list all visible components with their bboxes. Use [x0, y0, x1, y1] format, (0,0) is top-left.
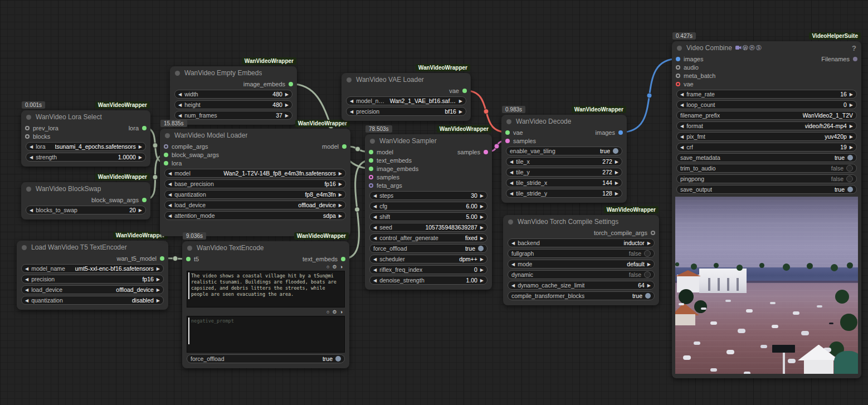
node-titlebar[interactable]: WanVideo Torch Compile Settings [503, 215, 659, 228]
node-t5_loader[interactable]: WanVideoWrapperLoad WanVideo T5 TextEnco… [17, 241, 168, 310]
widget-tile_stride_y[interactable]: ◀tile_stride_y128▶ [506, 189, 622, 198]
output-slot-dot[interactable] [341, 257, 345, 261]
toggle-dot[interactable] [846, 165, 853, 172]
pin-icon[interactable]: ○ [326, 264, 329, 270]
widget-model_name[interactable]: ◀model_nameumt5-xxl-enc-bf16.safetensors… [21, 264, 164, 273]
decrement-arrow-icon[interactable]: ◀ [373, 278, 377, 283]
widget-quantization[interactable]: ◀quantizationfp8_e4m3fn▶ [164, 190, 346, 199]
decrement-arrow-icon[interactable]: ◀ [350, 109, 353, 114]
node-graph-canvas[interactable]: 0.001sWanVideoWrapperWanVideo Lora Selec… [0, 0, 868, 405]
pin-icon[interactable]: ○ [326, 309, 329, 315]
increment-arrow-icon[interactable]: ▶ [285, 113, 289, 118]
widget-load_device[interactable]: ◀load_deviceoffload_device▶ [21, 285, 164, 294]
increment-arrow-icon[interactable]: ▶ [139, 144, 142, 149]
collapse-dot-icon[interactable] [508, 219, 513, 225]
toggle-dot[interactable] [847, 155, 853, 160]
widget-format[interactable]: ◀formatvideo/h264-mp4▶ [676, 121, 857, 130]
widget-height[interactable]: ◀height480▶ [174, 100, 292, 109]
node-textencode[interactable]: 9.036sWanVideoWrapperWanVideo TextEncode… [182, 241, 349, 368]
link-midpoint-dot[interactable] [153, 143, 158, 148]
decrement-arrow-icon[interactable]: ◀ [680, 145, 684, 150]
toggle-pingpong[interactable]: pingpongfalse [676, 174, 857, 183]
decrement-arrow-icon[interactable]: ◀ [30, 155, 33, 160]
output-slot-dot[interactable] [289, 82, 293, 86]
increment-arrow-icon[interactable]: ▶ [480, 236, 484, 241]
output-slot-dot[interactable] [651, 231, 655, 235]
node-vae_loader[interactable]: WanVideoWrapperWanVideo VAE Loadervae◀mo… [342, 73, 471, 121]
collapse-dot-icon[interactable] [175, 71, 180, 76]
input-slot-dot[interactable] [186, 257, 191, 261]
decrement-arrow-icon[interactable]: ◀ [680, 124, 684, 129]
increment-arrow-icon[interactable]: ▶ [339, 203, 342, 208]
node-titlebar[interactable]: WanVideo Sampler [365, 134, 492, 148]
decrement-arrow-icon[interactable]: ◀ [25, 298, 28, 303]
toggle-force_offload[interactable]: force_offloadtrue [187, 354, 345, 363]
link-midpoint-dot[interactable] [494, 144, 499, 149]
widget-cfg[interactable]: ◀cfg6.00▶ [369, 202, 487, 211]
increment-arrow-icon[interactable]: ▶ [647, 262, 651, 267]
increment-arrow-icon[interactable]: ▶ [139, 208, 142, 213]
collapse-dot-icon[interactable] [370, 139, 375, 144]
toggle-dynamic[interactable]: dynamicfalse [508, 270, 655, 279]
decrement-arrow-icon[interactable]: ◀ [168, 182, 172, 187]
increment-arrow-icon[interactable]: ▶ [339, 192, 342, 197]
link-midpoint-dot[interactable] [647, 93, 652, 98]
collapse-dot-icon[interactable] [347, 77, 352, 82]
decrement-arrow-icon[interactable]: ◀ [511, 262, 515, 267]
increment-arrow-icon[interactable]: ▶ [157, 266, 160, 271]
node-video_combine[interactable]: 0.427sVideoHelperSuiteVideo CombineⓌⒽⓈ?i… [672, 41, 861, 378]
node-lora_select[interactable]: 0.001sWanVideoWrapperWanVideo Lora Selec… [21, 110, 150, 167]
node-titlebar[interactable]: WanVideo Empty Embeds [170, 66, 297, 80]
decrement-arrow-icon[interactable]: ◀ [178, 103, 182, 108]
decrement-arrow-icon[interactable]: ◀ [25, 266, 28, 271]
toggle-force_offload[interactable]: force_offloadtrue [369, 244, 487, 253]
widget-crf[interactable]: ◀crf19▶ [676, 143, 857, 152]
toggle-dot[interactable] [613, 148, 618, 154]
increment-arrow-icon[interactable]: ▶ [480, 257, 484, 262]
negative-prompt-textarea[interactable]: negative_prompt [187, 316, 345, 353]
node-empty_embeds[interactable]: WanVideoWrapperWanVideo Empty Embedsimag… [170, 66, 297, 125]
increment-arrow-icon[interactable]: ▶ [850, 124, 853, 129]
input-slot-dot[interactable] [164, 153, 168, 157]
decrement-arrow-icon[interactable]: ◀ [25, 277, 28, 282]
widget-lora[interactable]: ◀loratsunami_4_epochs.safetensors▶ [26, 142, 146, 151]
decrement-arrow-icon[interactable]: ◀ [511, 241, 515, 246]
output-slot-dot[interactable] [853, 57, 857, 61]
widget-filename_prefix[interactable]: filename_prefixWanVideo2_1_T2V [676, 111, 857, 120]
toggle-enable_vae_tiling[interactable]: enable_vae_tilingtrue [506, 147, 622, 155]
decrement-arrow-icon[interactable]: ◀ [510, 170, 513, 175]
input-slot-dot[interactable] [505, 130, 510, 135]
input-slot-dot[interactable] [676, 82, 680, 86]
widget-dynamo_cache_size_limit[interactable]: ◀dynamo_cache_size_limit64▶ [508, 281, 655, 290]
node-titlebar[interactable]: WanVideo Model Loader [160, 129, 350, 142]
collapse-dot-icon[interactable] [26, 115, 31, 120]
input-slot-dot[interactable] [369, 158, 373, 163]
increment-arrow-icon[interactable]: ▶ [157, 298, 160, 303]
widget-precision[interactable]: ◀precisionfp16▶ [21, 275, 164, 284]
output-slot-dot[interactable] [462, 89, 467, 93]
increment-arrow-icon[interactable]: ▶ [647, 283, 651, 288]
link-midpoint-dot[interactable] [173, 256, 178, 261]
collapse-dot-icon[interactable] [26, 187, 31, 192]
input-slot-dot[interactable] [164, 161, 168, 165]
output-slot-dot[interactable] [342, 144, 347, 149]
increment-arrow-icon[interactable]: ▶ [459, 109, 462, 114]
increment-arrow-icon[interactable]: ▶ [285, 103, 289, 108]
decrement-arrow-icon[interactable]: ◀ [373, 204, 377, 209]
toggle-save_output[interactable]: save_outputtrue [676, 185, 857, 194]
speaker-icon[interactable]: ◑ [340, 309, 343, 315]
widget-backend[interactable]: ◀backendinductor▶ [508, 238, 655, 247]
link-midpoint-dot[interactable] [355, 147, 360, 152]
node-torch_compile[interactable]: WanVideoWrapperWanVideo Torch Compile Se… [503, 215, 659, 305]
video-preview[interactable] [675, 197, 858, 374]
widget-blocks_to_swap[interactable]: ◀blocks_to_swap20▶ [26, 206, 146, 214]
widget-tile_stride_x[interactable]: ◀tile_stride_x144▶ [506, 178, 622, 187]
node-titlebar[interactable]: WanVideo Lora Select [21, 110, 150, 124]
increment-arrow-icon[interactable]: ▶ [480, 214, 484, 219]
increment-arrow-icon[interactable]: ▶ [480, 267, 484, 272]
widget-loop_count[interactable]: ◀loop_count0▶ [676, 100, 857, 109]
increment-arrow-icon[interactable]: ▶ [139, 155, 142, 160]
widget-base_precision[interactable]: ◀base_precisionfp16▶ [164, 179, 346, 188]
node-titlebar[interactable]: Video CombineⓌⒽⓈ? [672, 41, 861, 55]
input-slot-dot[interactable] [676, 74, 680, 78]
